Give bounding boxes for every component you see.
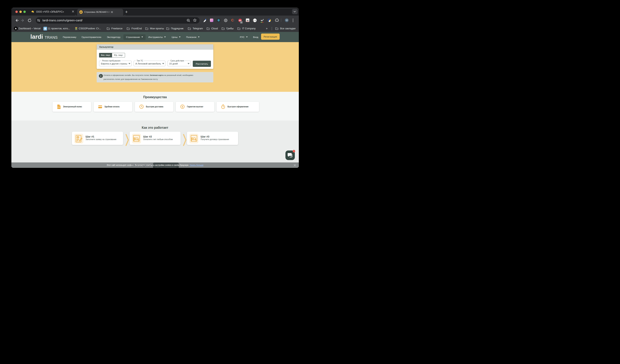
svg-text:ABP: ABP xyxy=(239,20,242,21)
svg-text:PDF: PDF xyxy=(58,107,60,108)
svg-text:M: M xyxy=(247,19,249,22)
svg-text:$: $ xyxy=(182,105,183,108)
